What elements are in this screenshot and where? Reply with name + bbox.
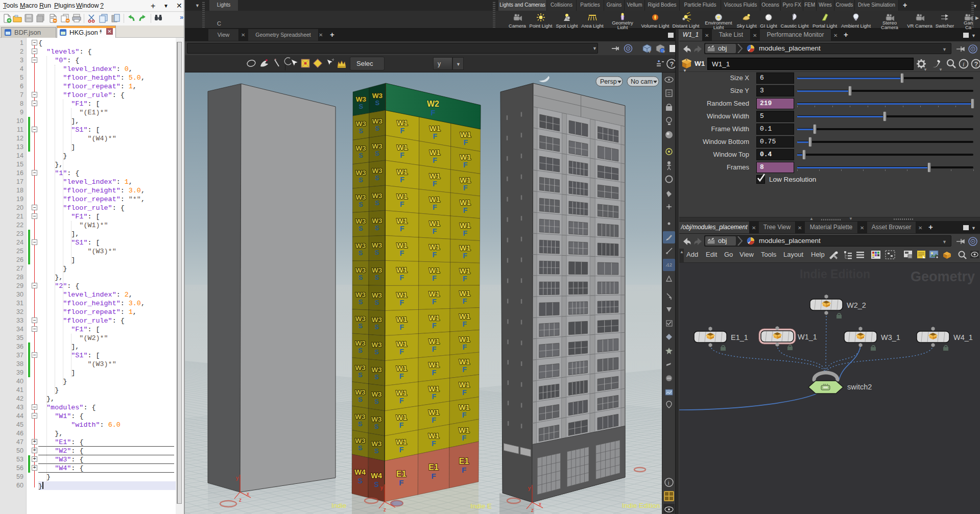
svg-text:Caustic Light: Caustic Light — [781, 23, 809, 29]
svg-text:W1: W1 — [459, 289, 470, 298]
svg-text:W1: W1 — [459, 312, 470, 321]
svg-text:F: F — [432, 472, 436, 480]
svg-text:W1: W1 — [397, 119, 408, 127]
svg-text:F: F — [432, 345, 437, 353]
svg-text:Indie Edition: Indie Edition — [622, 502, 660, 509]
svg-text:W3: W3 — [372, 316, 383, 324]
svg-text:Camera: Camera — [509, 23, 527, 29]
svg-text:W3: W3 — [355, 315, 366, 323]
svg-text:F: F — [400, 151, 404, 159]
svg-text:S: S — [374, 398, 379, 405]
svg-text:S: S — [358, 322, 363, 330]
svg-text:Light: Light — [617, 25, 628, 29]
svg-text:W1_1: W1_1 — [798, 333, 817, 341]
svg-text:W3: W3 — [372, 291, 383, 299]
svg-text:W2: W2 — [427, 100, 439, 108]
svg-text:W1: W1 — [459, 403, 470, 411]
svg-text:W3: W3 — [372, 142, 383, 150]
svg-text:W1: W1 — [429, 243, 440, 251]
svg-text:W3: W3 — [355, 169, 366, 177]
svg-text:Ambient Light: Ambient Light — [841, 23, 871, 29]
svg-text:F: F — [433, 227, 437, 235]
svg-text:W3: W3 — [371, 390, 382, 398]
svg-text:S: S — [358, 420, 363, 428]
svg-text:F: F — [400, 225, 404, 233]
svg-text:W3: W3 — [355, 388, 366, 396]
svg-text:F: F — [463, 252, 467, 260]
svg-text:W1: W1 — [429, 266, 440, 275]
svg-text:W3: W3 — [371, 440, 382, 448]
svg-text:Distant Light: Distant Light — [673, 23, 700, 29]
svg-text:z: z — [384, 507, 386, 512]
svg-text:E1_1: E1_1 — [731, 333, 748, 341]
svg-text:W3: W3 — [371, 415, 382, 423]
svg-text:S: S — [375, 274, 379, 281]
svg-text:W1: W1 — [396, 340, 408, 348]
svg-text:W3: W3 — [355, 217, 366, 225]
svg-text:F: F — [462, 466, 466, 474]
svg-text:S: S — [374, 480, 378, 488]
svg-text:S: S — [358, 347, 363, 354]
svg-text:Portal Light: Portal Light — [812, 23, 837, 29]
svg-text:W3: W3 — [356, 95, 367, 103]
svg-text:No cam: No cam — [631, 78, 653, 85]
svg-text:F: F — [462, 343, 467, 351]
svg-text:Indie Edition: Indie Edition — [800, 267, 870, 281]
svg-text:Light: Light — [713, 25, 724, 29]
svg-text:W3: W3 — [355, 266, 366, 274]
svg-text:W1: W1 — [396, 266, 408, 274]
svg-text:F: F — [400, 176, 404, 184]
svg-text:W1: W1 — [429, 290, 440, 298]
svg-text:z: z — [239, 497, 242, 503]
svg-text:S: S — [375, 299, 379, 306]
svg-text:F: F — [432, 298, 437, 306]
svg-text:E1: E1 — [459, 457, 469, 466]
svg-text:W1: W1 — [459, 267, 470, 275]
svg-text:F: F — [399, 397, 404, 405]
svg-text:W3: W3 — [355, 339, 366, 347]
svg-text:S: S — [374, 423, 379, 430]
svg-text:E1: E1 — [396, 470, 407, 478]
svg-text:S: S — [375, 323, 379, 331]
svg-text:W1: W1 — [429, 149, 441, 157]
svg-text:W1: W1 — [397, 168, 408, 176]
svg-text:W3: W3 — [355, 437, 366, 445]
svg-text:W1: W1 — [460, 131, 471, 139]
svg-text:W1: W1 — [460, 153, 471, 161]
svg-text:W1: W1 — [428, 385, 440, 393]
svg-text:F: F — [463, 206, 468, 214]
svg-text:F: F — [463, 320, 467, 328]
svg-text:F: F — [433, 203, 437, 211]
svg-text:F: F — [400, 299, 404, 307]
svg-text:12: 12 — [667, 262, 672, 267]
svg-text:W3: W3 — [372, 341, 383, 349]
svg-text:F: F — [399, 478, 403, 487]
svg-text:S: S — [375, 150, 379, 157]
svg-text:W1: W1 — [429, 125, 441, 133]
svg-text:»: » — [180, 13, 183, 21]
svg-text:S: S — [374, 373, 379, 381]
svg-text:W1: W1 — [428, 432, 440, 440]
svg-text:S: S — [375, 199, 379, 207]
svg-text:Camera: Camera — [881, 25, 899, 29]
svg-text:W3_1: W3_1 — [881, 333, 900, 341]
svg-text:W3: W3 — [355, 413, 366, 421]
svg-text:W4: W4 — [354, 468, 366, 476]
svg-text:S: S — [358, 371, 363, 379]
svg-text:W1: W1 — [396, 364, 408, 373]
svg-text:Switcher: Switcher — [936, 23, 954, 29]
svg-text:x: x — [539, 501, 541, 507]
svg-text:S: S — [375, 125, 379, 132]
svg-text:W3: W3 — [372, 192, 383, 200]
svg-text:W3: W3 — [355, 364, 366, 372]
svg-text:Persp: Persp — [600, 78, 617, 85]
svg-text:i: i — [963, 60, 965, 68]
svg-text:Ca: Ca — [965, 25, 972, 29]
svg-text:S: S — [359, 103, 364, 110]
svg-text:W1: W1 — [397, 143, 408, 152]
svg-text:W4_1: W4_1 — [953, 333, 973, 341]
svg-text:S: S — [358, 274, 363, 281]
svg-text:W1: W1 — [396, 413, 407, 422]
svg-text:S: S — [358, 201, 363, 208]
svg-text:W3: W3 — [356, 120, 367, 128]
